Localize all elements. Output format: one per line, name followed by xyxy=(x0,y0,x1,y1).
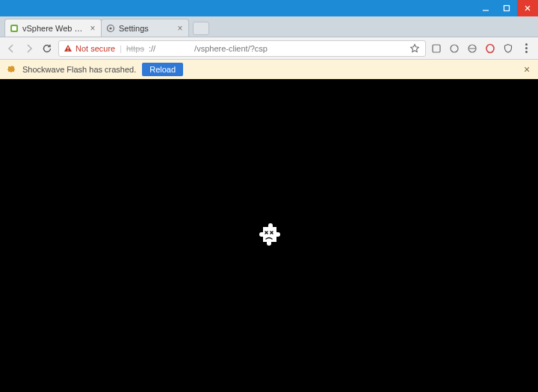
new-tab-button[interactable] xyxy=(193,22,209,35)
svg-rect-5 xyxy=(12,26,16,31)
warning-triangle-icon xyxy=(64,44,72,53)
security-indicator[interactable]: Not secure xyxy=(64,44,115,53)
svg-rect-10 xyxy=(433,45,440,52)
crash-infobar: Shockwave Flash has crashed. Reload × xyxy=(0,60,538,79)
plugin-puzzle-icon xyxy=(6,64,16,75)
url-sep: :// xyxy=(149,44,155,53)
back-button[interactable] xyxy=(4,42,18,55)
tab-label: Settings xyxy=(119,24,173,33)
window-maximize-button[interactable] xyxy=(496,0,517,16)
extension-icon[interactable] xyxy=(466,43,478,55)
security-label: Not secure xyxy=(75,44,115,53)
forward-button[interactable] xyxy=(22,42,36,55)
extension-icon[interactable] xyxy=(430,43,442,55)
extension-icon[interactable] xyxy=(448,43,460,55)
browser-window: vSphere Web Client × Settings × Not secu… xyxy=(0,0,538,392)
svg-rect-9 xyxy=(67,50,68,51)
os-titlebar xyxy=(0,0,538,16)
svg-rect-8 xyxy=(67,47,68,49)
svg-point-11 xyxy=(451,45,458,52)
window-close-button[interactable] xyxy=(517,0,538,16)
tab-label: vSphere Web Client xyxy=(22,24,85,33)
extensions-area xyxy=(430,43,534,55)
vsphere-favicon-icon xyxy=(10,24,19,33)
bookmark-star-icon[interactable] xyxy=(409,43,421,55)
url-path: /vsphere-client/?csp xyxy=(194,44,268,53)
url-divider: | xyxy=(120,44,122,53)
infobar-reload-button[interactable]: Reload xyxy=(142,63,183,76)
tab-close-button[interactable]: × xyxy=(176,25,184,32)
page-content xyxy=(0,79,538,392)
tab-vsphere[interactable]: vSphere Web Client × xyxy=(4,19,102,37)
browser-menu-button[interactable] xyxy=(520,43,532,55)
crashed-plugin-icon xyxy=(256,221,282,251)
tab-settings[interactable]: Settings × xyxy=(101,19,189,37)
svg-rect-1 xyxy=(504,6,510,11)
opera-extension-icon[interactable] xyxy=(484,43,496,55)
window-minimize-button[interactable] xyxy=(475,0,496,16)
infobar-message: Shockwave Flash has crashed. xyxy=(22,65,136,74)
svg-point-14 xyxy=(486,44,494,52)
tab-close-button[interactable]: × xyxy=(89,25,96,32)
gear-icon xyxy=(106,24,115,33)
tab-strip: vSphere Web Client × Settings × xyxy=(0,16,538,37)
shield-extension-icon[interactable] xyxy=(502,43,514,55)
address-bar[interactable]: Not secure | https:// /vsphere-client/?c… xyxy=(58,40,426,57)
browser-toolbar: Not secure | https:// /vsphere-client/?c… xyxy=(0,37,538,60)
reload-button[interactable] xyxy=(40,42,54,55)
url-protocol: https xyxy=(126,44,144,53)
infobar-close-button[interactable]: × xyxy=(522,63,532,75)
svg-point-7 xyxy=(109,27,111,29)
